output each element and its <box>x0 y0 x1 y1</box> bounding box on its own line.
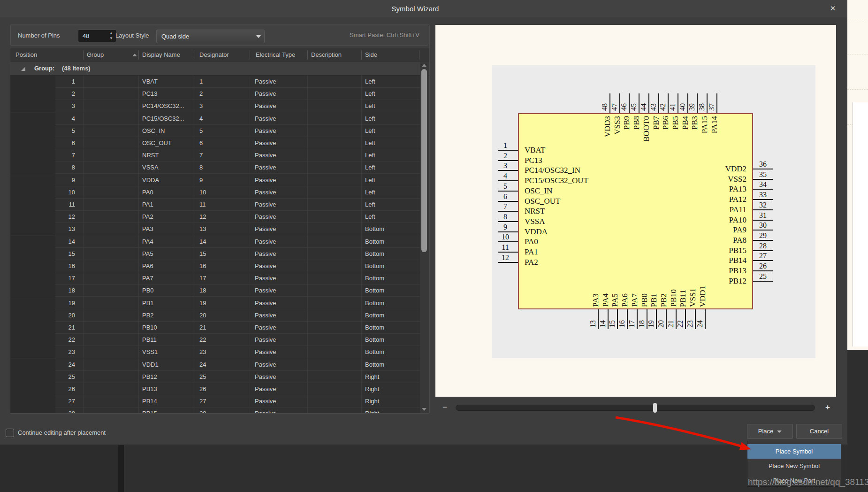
cell-electrical-type: Passive <box>255 248 276 260</box>
pin-number: 12 <box>495 254 515 261</box>
pin-number: 37 <box>707 103 716 111</box>
cell-designator: 18 <box>199 284 206 296</box>
pin-number: 20 <box>656 320 665 328</box>
continue-editing-checkbox[interactable] <box>6 429 14 437</box>
cell-designator: 23 <box>199 346 206 358</box>
pin-name: VDD3 <box>603 116 612 137</box>
cell-side: Left <box>365 88 375 100</box>
pin-line <box>753 220 773 221</box>
table-row[interactable]: 13PA313PassiveBottom <box>10 223 420 235</box>
cell-display-name: VSSA <box>142 161 159 173</box>
table-row[interactable]: 4PC15/OSC32...4PassiveLeft <box>10 113 420 125</box>
table-row[interactable]: 26PB1326PassiveRight <box>10 383 420 395</box>
dialog-title: Symbol Wizard <box>0 0 830 17</box>
cell-position: 14 <box>10 236 75 247</box>
table-row[interactable]: 24VDD124PassiveBottom <box>10 359 420 371</box>
col-position[interactable]: Position <box>15 48 37 62</box>
cell-electrical-type: Passive <box>255 88 276 100</box>
table-row[interactable]: 11PA111PassiveLeft <box>10 199 420 211</box>
zoom-slider-thumb[interactable] <box>653 403 657 413</box>
pin-line <box>498 211 518 212</box>
table-row[interactable]: 15PA515PassiveBottom <box>10 248 420 260</box>
cell-designator: 15 <box>199 248 206 260</box>
number-of-pins-input[interactable]: 48 ▲ ▼ <box>78 30 116 42</box>
cell-display-name: PA0 <box>142 186 153 198</box>
pin-name: PA9 <box>685 225 746 235</box>
table-row[interactable]: 14PA414PassiveBottom <box>10 236 420 248</box>
table-row[interactable]: 22PB1122PassiveBottom <box>10 334 420 346</box>
pin-line <box>498 231 518 232</box>
table-row[interactable]: 6OSC_OUT6PassiveLeft <box>10 137 420 149</box>
spinner-up-icon[interactable]: ▲ <box>108 31 114 35</box>
spinner-down-icon[interactable]: ▼ <box>108 37 114 40</box>
cell-electrical-type: Passive <box>255 309 276 321</box>
col-description[interactable]: Description <box>311 48 342 62</box>
table-row[interactable]: 18PB018PassiveBottom <box>10 284 420 297</box>
cell-electrical-type: Passive <box>255 334 276 346</box>
table-row[interactable]: 5OSC_IN5PassiveLeft <box>10 125 420 137</box>
cell-designator: 21 <box>199 322 206 333</box>
pin-number: 25 <box>753 272 773 280</box>
zoom-slider-track[interactable] <box>456 405 815 411</box>
table-row[interactable]: 2PC132PassiveLeft <box>10 88 420 100</box>
group-row[interactable]: Group: (48 items) <box>10 62 429 76</box>
menu-item-place-symbol[interactable]: Place Symbol <box>747 444 841 459</box>
smart-paste-hint: Smart Paste: Ctrl+Shift+V <box>350 25 442 46</box>
pin-name: PB12 <box>685 277 746 286</box>
table-row[interactable]: 10PA010PassiveLeft <box>10 186 420 199</box>
col-side[interactable]: Side <box>365 48 377 62</box>
pin-number: 26 <box>753 262 773 270</box>
table-row[interactable]: 16PA616PassiveBottom <box>10 260 420 272</box>
cell-designator: 27 <box>199 395 206 407</box>
table-row[interactable]: 20PB220PassiveBottom <box>10 309 420 322</box>
pin-number: 23 <box>685 320 694 328</box>
table-row[interactable]: 8VSSA8PassiveLeft <box>10 161 420 174</box>
table-row[interactable]: 17PA717PassiveBottom <box>10 272 420 284</box>
scrollbar-thumb[interactable] <box>421 69 427 252</box>
pin-name: PB11 <box>678 290 687 307</box>
table-row[interactable]: 12PA212PassiveLeft <box>10 211 420 223</box>
cancel-button[interactable]: Cancel <box>796 424 842 439</box>
cell-side: Bottom <box>365 248 384 260</box>
number-of-pins-value: 48 <box>83 30 89 42</box>
collapse-triangle-icon[interactable] <box>21 67 25 71</box>
table-row[interactable]: 3PC14/OSC32...3PassiveLeft <box>10 100 420 112</box>
layout-style-select[interactable]: Quad side <box>156 30 265 43</box>
layout-style-label: Layout Style <box>115 25 149 46</box>
cell-designator: 19 <box>199 297 206 309</box>
vertical-scrollbar[interactable] <box>420 62 429 413</box>
table-row[interactable]: 25PB1225PassiveRight <box>10 371 420 383</box>
table-row[interactable]: 7NRST7PassiveLeft <box>10 149 420 161</box>
table-row[interactable]: 9VDDA9PassiveLeft <box>10 174 420 186</box>
scroll-down-icon[interactable] <box>422 408 426 411</box>
place-button[interactable]: Place <box>747 424 793 439</box>
table-row[interactable]: 19PB119PassiveBottom <box>10 297 420 309</box>
place-button-label: Place <box>758 428 774 435</box>
menu-item-place-new-symbol[interactable]: Place New Symbol <box>747 459 841 473</box>
table-row[interactable]: 27PB1427PassiveRight <box>10 395 420 407</box>
table-row[interactable]: 23VSS123PassiveBottom <box>10 346 420 358</box>
pin-line <box>498 221 518 222</box>
pin-name: PB7 <box>652 116 661 130</box>
symbol-wizard-dialog: Symbol Wizard ✕ Number of Pins 48 ▲ ▼ La… <box>0 0 868 492</box>
cell-side: Bottom <box>365 260 384 272</box>
table-row[interactable]: 1VBAT1PassiveLeft <box>10 76 420 88</box>
close-icon[interactable]: ✕ <box>827 2 839 15</box>
pin-number: 18 <box>637 320 646 328</box>
pin-name: PB0 <box>640 293 649 307</box>
table-row[interactable]: 21PB1021PassiveBottom <box>10 322 420 334</box>
table-row[interactable]: 28PB1528PassiveRight <box>10 407 420 413</box>
col-designator[interactable]: Designator <box>199 48 229 62</box>
zoom-in-button[interactable]: + <box>823 403 832 412</box>
pin-number: 6 <box>495 192 515 200</box>
background-panel-left <box>0 445 118 492</box>
zoom-out-button[interactable]: − <box>440 403 449 412</box>
cell-display-name: PB0 <box>142 284 154 296</box>
col-display-name[interactable]: Display Name <box>142 48 180 62</box>
cell-position: 24 <box>10 359 75 370</box>
col-electrical-type[interactable]: Electrical Type <box>256 48 295 62</box>
cell-display-name: PA3 <box>142 223 153 235</box>
col-group[interactable]: Group <box>87 48 104 62</box>
scroll-up-icon[interactable] <box>422 64 426 67</box>
pin-name: PA7 <box>630 293 639 307</box>
